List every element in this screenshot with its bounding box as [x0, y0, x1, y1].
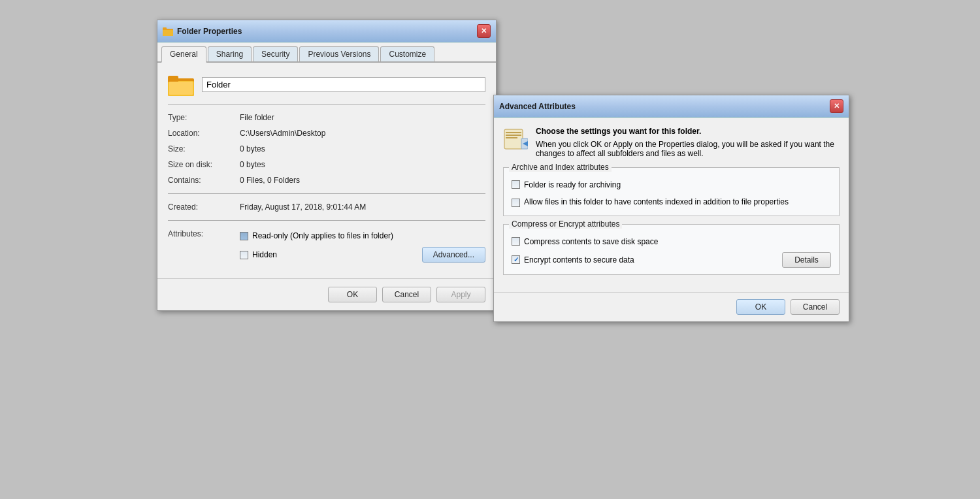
aa-cancel-button[interactable]: Cancel	[791, 299, 840, 315]
compress-row: Compress contents to save disk space	[512, 235, 831, 248]
archive-ready-row: Folder is ready for archiving	[512, 178, 831, 191]
compress-contents-checkbox[interactable]	[512, 237, 520, 246]
type-label: Type:	[168, 113, 240, 122]
advanced-attrs-close-button[interactable]: ✕	[830, 99, 843, 113]
created-row: Created: Friday, August 17, 2018, 9:01:4…	[168, 199, 485, 215]
details-button[interactable]: Details	[782, 252, 831, 268]
svg-rect-1	[163, 30, 173, 36]
folder-props-close-button[interactable]: ✕	[477, 24, 491, 38]
attributes-label: Attributes:	[168, 229, 240, 265]
type-row: Type: File folder	[168, 110, 485, 125]
aa-desc1: Choose the settings you want for this fo…	[536, 127, 840, 136]
created-value: Friday, August 17, 2018, 9:01:44 AM	[240, 202, 366, 212]
folder-name-input[interactable]	[202, 77, 485, 92]
aa-icon	[503, 127, 528, 152]
folder-svg-icon	[168, 73, 194, 96]
aa-description: Choose the settings you want for this fo…	[536, 127, 840, 158]
encrypt-row: Encrypt contents to secure data Details	[512, 252, 831, 268]
svg-rect-5	[168, 76, 178, 82]
size-label: Size:	[168, 144, 240, 153]
contains-row: Contains: 0 Files, 0 Folders	[168, 172, 485, 188]
folder-header	[168, 73, 485, 96]
attributes-row: Attributes: Read-only (Only applies to f…	[168, 226, 485, 268]
titlebar-folder-icon	[163, 27, 173, 36]
index-contents-label: Allow files in this folder to have conte…	[524, 197, 789, 206]
type-value: File folder	[240, 113, 274, 122]
svg-rect-6	[169, 82, 193, 95]
archive-section: Archive and Index attributes Folder is r…	[503, 167, 840, 216]
folder-props-footer: OK Cancel Apply	[157, 278, 496, 310]
encrypt-contents-label: Encrypt contents to secure data	[524, 255, 634, 265]
folder-props-titlebar: Folder Properties ✕	[157, 20, 496, 42]
advanced-attrs-titlebar: Advanced Attributes ✕	[494, 95, 849, 118]
advanced-attrs-footer: OK Cancel	[494, 292, 849, 321]
index-contents-row: Allow files in this folder to have conte…	[512, 195, 831, 209]
aa-header: Choose the settings you want for this fo…	[503, 127, 840, 158]
advanced-attrs-content: Choose the settings you want for this fo…	[494, 118, 849, 292]
contains-label: Contains:	[168, 176, 240, 185]
compress-contents-label: Compress contents to save disk space	[524, 237, 658, 246]
location-row: Location: C:\Users\Admin\Desktop	[168, 125, 485, 141]
folder-props-tabs: General Sharing Security Previous Versio…	[157, 42, 496, 63]
compress-section-title: Compress or Encrypt attributes	[509, 219, 622, 229]
archive-section-title: Archive and Index attributes	[509, 163, 612, 172]
hidden-checkbox[interactable]	[240, 251, 248, 259]
readonly-row: Read-only (Only applies to files in fold…	[240, 229, 485, 242]
svg-rect-2	[163, 27, 167, 30]
tab-customize[interactable]: Customize	[380, 46, 434, 61]
contains-value: 0 Files, 0 Folders	[240, 176, 300, 185]
advanced-attrs-title: Advanced Attributes	[499, 102, 576, 111]
tab-sharing[interactable]: Sharing	[208, 46, 252, 61]
advanced-button[interactable]: Advanced...	[422, 247, 485, 263]
folder-properties-dialog: Folder Properties ✕ General Sharing Secu…	[157, 20, 497, 311]
svg-rect-9	[506, 135, 521, 136]
svg-rect-10	[506, 137, 517, 138]
archive-ready-checkbox[interactable]	[512, 180, 520, 189]
ok-button[interactable]: OK	[328, 287, 377, 302]
attributes-controls: Read-only (Only applies to files in fold…	[240, 229, 485, 265]
hidden-row: Hidden Advanced...	[240, 245, 485, 265]
aa-desc2: When you click OK or Apply on the Proper…	[536, 140, 840, 158]
svg-rect-8	[506, 132, 521, 133]
size-on-disk-label: Size on disk:	[168, 160, 240, 169]
size-on-disk-value: 0 bytes	[240, 160, 265, 169]
archive-ready-label: Folder is ready for archiving	[524, 180, 621, 189]
size-on-disk-row: Size on disk: 0 bytes	[168, 157, 485, 172]
tab-security[interactable]: Security	[253, 46, 298, 61]
advanced-attributes-dialog: Advanced Attributes ✕ Choose the setting…	[493, 95, 849, 322]
folder-icon-large	[168, 73, 194, 96]
folder-props-title: Folder Properties	[163, 27, 242, 36]
apply-button[interactable]: Apply	[436, 287, 485, 302]
readonly-checkbox[interactable]	[240, 232, 248, 240]
compress-contents-row: Compress contents to save disk space	[512, 235, 658, 248]
hidden-label: Hidden	[252, 250, 277, 259]
size-value: 0 bytes	[240, 144, 265, 153]
location-value: C:\Users\Admin\Desktop	[240, 129, 325, 138]
compress-section: Compress or Encrypt attributes Compress …	[503, 224, 840, 275]
size-row: Size: 0 bytes	[168, 141, 485, 157]
location-label: Location:	[168, 129, 240, 138]
cancel-button[interactable]: Cancel	[382, 287, 431, 302]
index-contents-checkbox[interactable]	[512, 199, 520, 207]
aa-ok-button[interactable]: OK	[736, 299, 785, 315]
aa-icon-svg	[503, 127, 528, 152]
readonly-label: Read-only (Only applies to files in fold…	[252, 231, 393, 240]
folder-props-content: Type: File folder Location: C:\Users\Adm…	[157, 63, 496, 278]
encrypt-contents-row: Encrypt contents to secure data	[512, 253, 782, 266]
tab-general[interactable]: General	[161, 46, 206, 63]
created-label: Created:	[168, 202, 240, 212]
encrypt-contents-checkbox[interactable]	[512, 255, 520, 264]
tab-previous-versions[interactable]: Previous Versions	[299, 46, 379, 61]
